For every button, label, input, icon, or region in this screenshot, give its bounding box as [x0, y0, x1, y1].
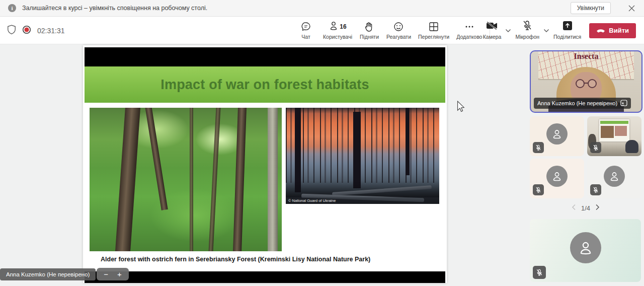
- prev-page-chevron-icon[interactable]: [572, 203, 576, 212]
- camera-options-chevron-icon[interactable]: [505, 29, 511, 33]
- shared-presentation-slide: Impact of war on forest habitats © Natio…: [83, 45, 447, 283]
- notification-banner: i Залишайтеся в курсі – увімкніть сповіщ…: [0, 0, 644, 17]
- view-button[interactable]: Переглянути: [416, 17, 452, 44]
- zoom-out-button[interactable]: −: [102, 270, 110, 278]
- react-button[interactable]: Реагувати: [384, 17, 414, 44]
- slide-caption: Alder forest with ostrich fern in Serebr…: [101, 256, 370, 263]
- participant-tile[interactable]: [530, 116, 584, 156]
- participants-button[interactable]: 16 Користувачі: [320, 17, 355, 44]
- ellipsis-icon: [464, 21, 475, 32]
- mouse-cursor: [455, 101, 465, 113]
- share-screen-icon: [562, 20, 573, 33]
- slide-top-bar: [85, 47, 445, 66]
- avatar: [546, 166, 568, 187]
- share-button[interactable]: Поділитися: [552, 20, 582, 41]
- camera-button[interactable]: Камера: [482, 20, 503, 41]
- avatar: [546, 123, 568, 145]
- presenter-name-label: Anna Kuzemko (Не перевірено): [0, 268, 96, 280]
- mic-muted-icon: [533, 266, 546, 279]
- stage-zoom-controls: − +: [97, 268, 129, 280]
- participants-count: 16: [340, 23, 346, 30]
- mic-muted-icon: [590, 142, 601, 153]
- smiley-icon: [393, 21, 404, 32]
- burned-forest-photo: © National Guard of Ukraine: [286, 108, 439, 204]
- recording-indicator-icon: [22, 25, 31, 36]
- teams-meeting-window: i Залишайтеся в курсі – увімкніть сповіщ…: [0, 0, 644, 286]
- avatar: [604, 166, 625, 187]
- microphone-button[interactable]: Мікрофон: [514, 20, 540, 41]
- shield-icon: [7, 25, 16, 37]
- people-icon: [329, 20, 339, 33]
- banner-message: Залишайтеся в курсі – увімкніть сповіщен…: [22, 5, 571, 12]
- slide-title-banner: Impact of war on forest habitats: [85, 66, 445, 103]
- raised-hand-icon: [364, 21, 374, 32]
- participants-pagination: 1/4: [527, 203, 644, 212]
- camera-off-icon: [486, 21, 498, 32]
- raise-hand-button[interactable]: Підняти: [357, 17, 382, 44]
- mic-muted-icon: [533, 142, 544, 153]
- info-icon: i: [8, 4, 16, 12]
- speaker-nameplate: Anna Kuzemko (Не перевірено): [534, 98, 631, 109]
- video-effects-icon: [620, 100, 627, 107]
- mic-options-chevron-icon[interactable]: [543, 29, 549, 33]
- participants-panel: Insecta Anna Kuzemko (Не перевірено): [527, 44, 644, 286]
- layout-grid-icon: [428, 21, 439, 32]
- avatar: [570, 232, 601, 263]
- mic-off-icon: [522, 20, 532, 33]
- enable-notifications-button[interactable]: Увімкнути: [571, 2, 611, 14]
- meeting-toolbar: 02:31:31 Чат 16 Користувачі: [0, 17, 644, 44]
- photo-credit: © National Guard of Ukraine: [286, 197, 439, 204]
- self-video-tile[interactable]: [530, 219, 641, 282]
- slide-bottom-bar: [85, 271, 445, 283]
- next-page-chevron-icon[interactable]: [595, 203, 600, 212]
- mic-muted-icon: [590, 184, 601, 195]
- alder-forest-photo: [90, 108, 282, 251]
- more-button[interactable]: Додатково: [454, 17, 485, 44]
- leave-button[interactable]: Вийти: [589, 23, 636, 38]
- participant-tile[interactable]: [530, 159, 584, 198]
- participant-tile[interactable]: [587, 159, 641, 198]
- mic-muted-icon: [533, 184, 544, 195]
- slide-title: Impact of war on forest habitats: [160, 77, 369, 93]
- hangup-phone-icon: [596, 27, 605, 34]
- speaker-video-tile[interactable]: Insecta Anna Kuzemko (Не перевірено): [530, 50, 642, 113]
- meeting-timer: 02:31:31: [37, 27, 65, 35]
- zoom-in-button[interactable]: +: [115, 270, 124, 278]
- page-indicator: 1/4: [581, 204, 590, 212]
- projector-screen: [599, 119, 629, 141]
- participant-tile-classroom[interactable]: [587, 116, 641, 156]
- chat-button[interactable]: Чат: [293, 17, 318, 44]
- close-banner-icon[interactable]: [625, 2, 638, 15]
- chat-icon: [300, 21, 311, 32]
